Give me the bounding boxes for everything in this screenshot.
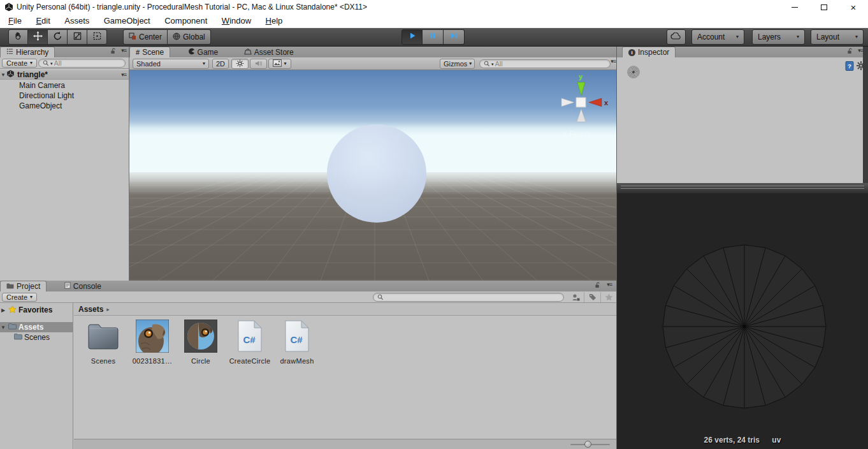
shading-mode-dropdown[interactable]: Shaded ▾ (133, 59, 209, 69)
tab-project[interactable]: Project (0, 281, 47, 291)
mesh-preview-pane[interactable]: 26 verts, 24 tris uv (617, 193, 868, 449)
favorites-star-button[interactable] (600, 292, 617, 302)
tree-item-favorites[interactable]: ▶ Favorites (0, 305, 73, 315)
step-button[interactable] (444, 29, 465, 45)
hierarchy-item-gameobject[interactable]: GameObject (0, 101, 129, 111)
main-toolbar: Center Global Account ▾ Layers ▾ Layout … (0, 28, 868, 47)
asset-item-createcircle[interactable]: C# CreateCircle (228, 320, 271, 365)
rotation-global-button[interactable]: Global (168, 29, 211, 45)
layout-dropdown[interactable]: Layout ▾ (811, 29, 864, 45)
hierarchy-search-input[interactable] (54, 59, 121, 67)
tab-game[interactable]: Game (182, 47, 224, 57)
asset-item-circle[interactable]: Circle (179, 320, 222, 365)
cloud-services-button[interactable] (667, 29, 686, 45)
scene-viewport[interactable]: y x < Persp (129, 70, 617, 281)
project-bottom-bar (74, 439, 616, 449)
scene-search[interactable]: ▾ (479, 59, 611, 68)
lock-button[interactable] (110, 48, 116, 55)
persp-toggle[interactable]: < Persp (563, 129, 590, 138)
thumbnail-size-slider-knob[interactable] (584, 441, 591, 448)
menu-item-file[interactable]: File (3, 14, 27, 27)
panel-menu-icon[interactable]: ▾≡ (121, 48, 126, 54)
axis-gizmo-cube[interactable] (576, 98, 586, 107)
chevron-down-icon: ▾ (203, 61, 205, 66)
expander-open-icon[interactable]: ▼ (0, 325, 6, 330)
menu-item-gameobject[interactable]: GameObject (98, 14, 156, 27)
project-search[interactable] (373, 293, 564, 302)
star-icon (8, 305, 17, 315)
search-filter-caret-icon[interactable]: ▾ (491, 62, 494, 66)
tab-asset-store[interactable]: Asset Store (238, 47, 300, 57)
tree-item-scenes[interactable]: Scenes (0, 332, 73, 342)
favorites-label: Favorites (18, 305, 52, 314)
hierarchy-item-main-camera[interactable]: Main Camera (0, 80, 129, 91)
menu-item-window[interactable]: Window (216, 14, 257, 27)
project-search-input[interactable] (385, 293, 560, 301)
effects-dropdown[interactable]: ▾ (268, 59, 291, 69)
play-button[interactable] (401, 29, 423, 45)
scene-search-input[interactable] (495, 60, 606, 68)
hierarchy-scene-row[interactable]: ▼ triangle* ▾≡ (0, 70, 129, 80)
expander-open-icon[interactable]: ▼ (0, 72, 6, 78)
circle-mesh-object[interactable] (327, 124, 426, 223)
panel-menu-icon[interactable]: ▾≡ (611, 59, 616, 64)
tab-inspector[interactable]: i Inspector (622, 47, 676, 57)
hierarchy-create-button[interactable]: Create ▾ (2, 59, 37, 68)
tree-item-assets[interactable]: ▼ Assets (0, 322, 73, 332)
maximize-button[interactable] (809, 0, 839, 14)
menu-item-edit[interactable]: Edit (30, 14, 55, 27)
close-button[interactable]: × (839, 0, 868, 14)
menu-item-component[interactable]: Component (159, 14, 213, 27)
rect-tool-button[interactable] (87, 29, 107, 45)
mesh-preview[interactable] (617, 193, 868, 449)
panel-menu-icon[interactable]: ▾≡ (858, 48, 863, 54)
hierarchy-item-directional-light[interactable]: Directional Light (0, 91, 129, 101)
menu-item-assets[interactable]: Assets (59, 14, 95, 27)
minimize-button[interactable] (780, 0, 809, 14)
tab-hierarchy[interactable]: Hierarchy (0, 47, 55, 57)
scale-tool-button[interactable] (68, 29, 87, 45)
lock-button[interactable] (847, 48, 853, 55)
game-icon (188, 48, 195, 57)
rotation-global-label: Global (183, 33, 205, 41)
panel-divider[interactable] (616, 47, 617, 449)
hierarchy-search[interactable]: ▾ (38, 59, 126, 68)
search-by-type-button[interactable] (567, 292, 584, 302)
account-dropdown[interactable]: Account ▾ (691, 29, 744, 45)
sun-icon (236, 59, 244, 69)
2d-toggle-button[interactable]: 2D (212, 59, 229, 69)
close-icon: × (851, 2, 857, 13)
menu-item-help[interactable]: Help (260, 14, 289, 27)
help-button[interactable]: ? (845, 61, 854, 74)
project-create-button[interactable]: Create ▾ (2, 293, 37, 302)
hand-tool-button[interactable] (8, 29, 28, 45)
asset-item-drawmesh[interactable]: C# drawMesh (275, 320, 319, 365)
breadcrumb[interactable]: Assets ▸ (74, 303, 616, 316)
tab-scene[interactable]: # Scene (129, 47, 170, 57)
search-filter-caret-icon[interactable]: ▾ (50, 61, 53, 66)
menu-bar: File Edit Assets GameObject Component Wi… (0, 14, 868, 28)
gizmos-dropdown[interactable]: Gizmos ▾ (440, 59, 475, 69)
audio-toggle-button[interactable] (250, 59, 267, 69)
lock-open-icon (847, 48, 853, 55)
gizmos-label: Gizmos (444, 60, 467, 68)
folder-icon (8, 323, 17, 332)
move-tool-button[interactable] (28, 29, 48, 45)
preview-splitter[interactable] (617, 183, 868, 193)
asset-item-texture-00231831[interactable]: 00231831… (131, 320, 174, 365)
lock-button[interactable] (595, 282, 600, 289)
panel-menu-icon[interactable]: ▾≡ (607, 282, 612, 288)
rotate-tool-button[interactable] (48, 29, 68, 45)
search-by-label-button[interactable] (584, 292, 600, 302)
asset-item-scenes[interactable]: Scenes (82, 320, 125, 365)
tab-console[interactable]: Console (59, 281, 107, 291)
layers-dropdown[interactable]: Layers ▾ (752, 29, 805, 45)
panel-menu-icon[interactable]: ▾≡ (121, 72, 126, 78)
project-panel: Project Console ▾≡ Create ▾ ▶ Favorites (0, 281, 617, 449)
chevron-down-icon: ▾ (30, 61, 33, 66)
folder-icon (87, 320, 120, 353)
pause-button[interactable] (423, 29, 444, 45)
lighting-toggle-button[interactable] (231, 59, 249, 69)
pivot-center-button[interactable]: Center (123, 29, 168, 45)
expander-closed-icon[interactable]: ▶ (0, 307, 6, 313)
